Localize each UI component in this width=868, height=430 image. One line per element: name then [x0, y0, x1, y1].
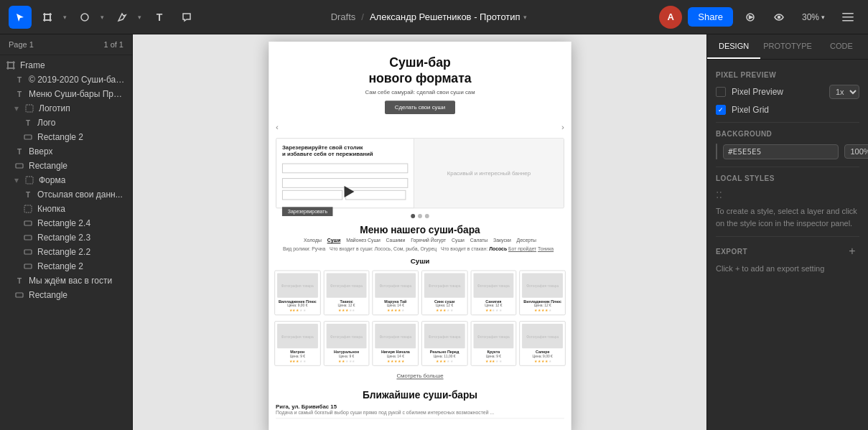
layer-item-logotip[interactable]: ▾ Логотип: [0, 101, 132, 116]
menu-tab-goryach[interactable]: Горячий Йогурт: [411, 238, 446, 244]
pixel-grid-row: ✓ Pixel Grid: [716, 105, 859, 115]
svg-rect-9: [842, 13, 854, 14]
frame-tool-dropdown[interactable]: ▾: [60, 6, 69, 29]
menu-card-price-9: Цена: 14 €: [375, 354, 416, 358]
svg-rect-17: [26, 105, 33, 112]
bg-opacity-input[interactable]: [844, 144, 868, 159]
zoom-control[interactable]: 30% ▾: [796, 6, 831, 29]
menu-card-stars-3: ★★★★★: [375, 309, 416, 313]
layer-item-rect-bottom[interactable]: Rectangle: [0, 288, 132, 302]
menu-card-4[interactable]: Фотография товара Синк суши Цена: 12 € ★…: [421, 271, 467, 316]
main-menu-button[interactable]: [836, 6, 859, 29]
layer-item-rect23[interactable]: Rectangle 2.3: [0, 230, 132, 245]
menu-card-1[interactable]: Фотография товара Вилладженик Плюс Цена:…: [274, 271, 320, 316]
select-tool-button[interactable]: [9, 6, 32, 29]
dot-2[interactable]: [418, 214, 422, 218]
layer-item-rect24[interactable]: Rectangle 2.4: [0, 216, 132, 230]
nearby-title: Ближайшие суши-бары: [276, 389, 564, 401]
carousel-next[interactable]: ›: [561, 123, 564, 133]
layer-item-rect22[interactable]: Rectangle 2.2: [0, 245, 132, 259]
menu-tab-mayo[interactable]: Майонез Суши: [346, 238, 380, 244]
layer-item-frame[interactable]: Frame: [0, 58, 132, 73]
carousel-nav: ‹ ›: [269, 123, 571, 133]
menu-tab-deserty[interactable]: Десерты: [516, 238, 536, 244]
avatar[interactable]: A: [659, 6, 682, 29]
preview-button[interactable]: [767, 6, 790, 29]
menu-card-3[interactable]: Фотография товара Маруна Тай Цена: 14 € …: [372, 271, 418, 316]
layer-item-text2[interactable]: T Меню Суши-бары Прей...: [0, 87, 132, 101]
svg-rect-20: [26, 177, 33, 184]
menu-tab-sashimi[interactable]: Сашими: [386, 238, 405, 244]
text-icon: T: [14, 75, 24, 85]
carousel-input-1[interactable]: [281, 163, 407, 173]
menu-card-5[interactable]: Фотография товара Санигия Цена: 12 € ★★★…: [470, 271, 516, 316]
menu-card-6[interactable]: Фотография товара Вилладженик Плюс Цена:…: [519, 271, 565, 316]
export-add-button[interactable]: +: [845, 244, 859, 258]
pen-tool-dropdown[interactable]: ▾: [135, 6, 144, 29]
tab-design[interactable]: DESIGN: [707, 34, 760, 59]
layer-item-vverh[interactable]: T Вверх: [0, 144, 132, 159]
layer-item-forma[interactable]: ▾ Форма: [0, 173, 132, 187]
breadcrumb-drafts[interactable]: Drafts: [331, 11, 356, 22]
menu-card-price-10: Цена: 11,00 €: [424, 354, 465, 358]
frame-tool-button[interactable]: [36, 6, 59, 29]
layer-item-rect2b[interactable]: Rectangle 2: [0, 259, 132, 274]
pixel-grid-checkbox[interactable]: ✓: [716, 105, 726, 115]
topbar-right: A Share 30% ▾: [659, 6, 859, 29]
shape-tool-button[interactable]: [73, 6, 96, 29]
menu-card-price-1: Цена: 9,00 €: [277, 304, 318, 308]
text-icon-5: T: [23, 190, 33, 200]
menu-card-price-3: Цена: 14 €: [375, 304, 416, 308]
comment-tool-button[interactable]: [175, 6, 198, 29]
hero-cta-button[interactable]: Сделать свои суши: [385, 101, 455, 115]
text-icon-4: T: [14, 146, 24, 156]
layer-item-otsylaya[interactable]: T Отсылая свои данн...: [0, 187, 132, 202]
share-button[interactable]: Share: [688, 7, 733, 27]
menu-card-9[interactable]: Фотография товара Нигиря Начала Цена: 14…: [372, 321, 418, 366]
zoom-select[interactable]: 1x 2x: [829, 85, 859, 99]
menu-card-8[interactable]: Фотография товара Натуральное Цена: 9 € …: [323, 321, 369, 366]
carousel-input-3[interactable]: [281, 190, 342, 200]
tab-prototype[interactable]: PROTOTYPE: [760, 34, 815, 59]
svg-marker-7: [749, 16, 752, 19]
carousel-prev[interactable]: ‹: [276, 123, 279, 133]
dot-3[interactable]: [424, 214, 429, 218]
layer-item-knopka[interactable]: Кнопка: [0, 202, 132, 216]
project-name[interactable]: Александр Решетников - Прототип ▾: [370, 11, 527, 22]
pixel-preview-checkbox[interactable]: [716, 87, 726, 97]
pen-tool-button[interactable]: [111, 6, 134, 29]
project-dropdown-icon: ▾: [523, 14, 527, 21]
page-label: Page 1: [9, 40, 34, 49]
show-more-link[interactable]: Смотреть больше: [269, 369, 571, 384]
menu-tab-sushi2[interactable]: Суши: [452, 238, 465, 244]
dot-1[interactable]: [411, 214, 415, 218]
menu-tab-zakuski[interactable]: Закуски: [493, 238, 511, 244]
tab-code[interactable]: CODE: [815, 34, 868, 59]
menu-category: Суши: [269, 257, 571, 265]
layer-item-logo[interactable]: T Лого: [0, 116, 132, 130]
menu-card-2[interactable]: Фотография товара Такиос Цена: 12 € ★★★★…: [323, 271, 369, 316]
menu-tab-sushi[interactable]: Суши: [327, 238, 340, 244]
menu-card-7[interactable]: Фотография товара Матрон Цена: 9 € ★★★★★: [274, 321, 320, 366]
menu-tab-salaty[interactable]: Салаты: [470, 238, 487, 244]
layer-item-welcome[interactable]: T Мы ждём вас в гости: [0, 274, 132, 288]
menu-card-11[interactable]: Фотография товара Крукта Цена: 9 € ★★★★★: [470, 321, 516, 366]
carousel-submit-button[interactable]: Зарезервировать: [281, 207, 332, 216]
menu-card-price-2: Цена: 12 €: [326, 304, 367, 308]
right-panel: DESIGN PROTOTYPE CODE PIXEL PREVIEW Pixe…: [706, 34, 868, 430]
play-button[interactable]: [739, 6, 762, 29]
bg-color-swatch[interactable]: [716, 144, 717, 159]
layer-item-text1[interactable]: T © 2019-2020 Суши-бар В...: [0, 73, 132, 87]
background-color-row: [716, 144, 859, 159]
text-tool-button[interactable]: T: [148, 6, 171, 29]
rect-icon-6: [23, 261, 33, 271]
menu-card-10[interactable]: Фотография товара Реально Перед Цена: 11…: [421, 321, 467, 366]
bg-color-input[interactable]: [723, 144, 839, 159]
menu-card-img-11: Фотография товара: [473, 324, 514, 348]
menu-tab-holody[interactable]: Холоды: [303, 238, 321, 244]
shape-tool-dropdown[interactable]: ▾: [98, 6, 106, 29]
menu-card-12[interactable]: Фотография товара Сапере Цена: 9,00 € ★★…: [519, 321, 565, 366]
layer-item-rect[interactable]: Rectangle: [0, 159, 132, 173]
otsylaya-label: Отсылая свои данн...: [37, 190, 123, 200]
layer-item-rect2[interactable]: Rectangle 2: [0, 130, 132, 144]
